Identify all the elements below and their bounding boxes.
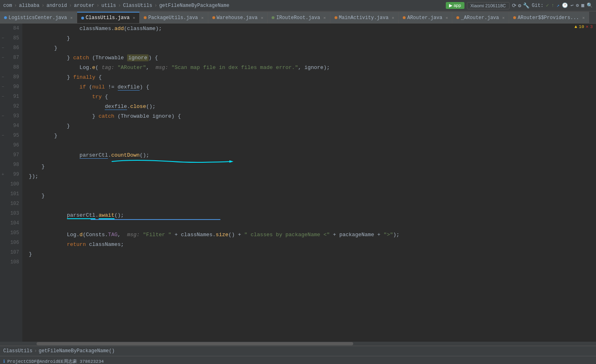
tab-irouteroot[interactable]: IRouteRoot.java ✕: [268, 12, 330, 23]
settings-icon[interactable]: ⚙: [576, 2, 579, 9]
top-bar-right: ▶ app Xiaomi 2106118C ⟳ ⚙ 🔧 Git: ✓ ↑ ↗ 🕐…: [446, 2, 593, 9]
line-num-91: 91: [13, 94, 19, 99]
warning-icon: ▲: [574, 24, 577, 29]
sync-icon[interactable]: ⟳: [512, 2, 516, 9]
fold-icon-91[interactable]: −: [2, 95, 4, 99]
gutter-84: 84: [0, 24, 22, 33]
gutter-107: 107: [0, 248, 22, 257]
fold-icon-87[interactable]: −: [2, 56, 4, 60]
gutter-94: 94: [0, 121, 22, 131]
device-selector[interactable]: Xiaomi 2106118C: [467, 2, 510, 9]
tab-arouter-providers[interactable]: ARouter$$Providers... ✕: [509, 12, 589, 23]
tab-dot-warehouse: [212, 16, 215, 19]
run-button[interactable]: ▶ app: [446, 2, 464, 9]
code-line-108: [22, 259, 596, 269]
tab-warehouse[interactable]: Warehouse.java ✕: [208, 12, 268, 23]
tab-arouter[interactable]: ARouter.java ✕: [399, 12, 452, 23]
code-line-101: }: [22, 191, 596, 200]
code-editor[interactable]: classNames.add(className); } } } catch (…: [22, 24, 596, 342]
breadcrumb-arouter[interactable]: arouter: [74, 3, 94, 9]
gutter-93: −93: [0, 111, 22, 121]
fold-icon-89[interactable]: −: [2, 75, 4, 80]
line-num-103: 103: [10, 211, 19, 216]
clock-icon: 🕐: [562, 2, 568, 9]
code-line-84: classNames.add(className);: [22, 24, 596, 33]
line-num-104: 104: [10, 220, 19, 226]
debug-icon[interactable]: ⚙: [518, 2, 521, 9]
gutter-88: 88: [0, 62, 22, 72]
code-line-94: }: [22, 121, 596, 131]
code-text-94: }: [29, 123, 70, 129]
line-num-102: 102: [10, 201, 19, 207]
line-num-99: 99: [13, 172, 19, 177]
code-line-107: }: [22, 249, 596, 259]
fold-icon-99[interactable]: +: [2, 172, 4, 177]
layout-icon[interactable]: ▦: [581, 2, 584, 9]
tab-label-classutils: ClassUtils.java: [86, 15, 130, 21]
tab-close-arouter[interactable]: ✕: [445, 15, 448, 20]
code-text-85: }: [29, 35, 70, 41]
tab-logisticscenter[interactable]: LogisticsCenter.java ✕: [0, 12, 77, 23]
fold-icon-93[interactable]: −: [2, 114, 4, 118]
tab-close-mainactivity[interactable]: ✕: [392, 15, 394, 20]
tab-label-logisticscenter: LogisticsCenter.java: [9, 15, 67, 21]
tab-arouter-impl[interactable]: _ARouter.java ✕: [452, 12, 509, 23]
warning-count: 10: [579, 24, 584, 29]
gutter-104: 104: [0, 218, 22, 228]
tab-close-arouter-providers[interactable]: ✕: [582, 15, 585, 20]
status-text: ProjectCSDF@AndroidEE周志豪 378623234: [7, 358, 104, 364]
tab-classutils[interactable]: ClassUtils.java ✕: [77, 12, 140, 23]
line-num-87: 87: [13, 55, 19, 60]
gutter-90: −90: [0, 82, 22, 92]
tab-close-irouteroot[interactable]: ✕: [323, 15, 326, 20]
tab-close-logisticscenter[interactable]: ✕: [70, 15, 73, 20]
status-bar: ℹ ProjectCSDF@AndroidEE周志豪 378623234: [0, 356, 596, 364]
h-scroll-thumb[interactable]: [37, 342, 353, 345]
tab-mainactivity[interactable]: MainActivity.java ✕: [330, 12, 399, 23]
tab-close-packageutils[interactable]: ✕: [201, 15, 204, 20]
bottom-class: ClassUtils: [3, 348, 32, 354]
gutter-103: 103: [0, 209, 22, 218]
gutter-105: 105: [0, 228, 22, 238]
code-line-88: Log.e( tag: "ARouter", msg: "Scan map fi…: [22, 62, 596, 72]
fold-icon-86[interactable]: −: [2, 46, 4, 50]
tools-icon[interactable]: 🔧: [523, 2, 529, 9]
fold-icon-85[interactable]: −: [2, 36, 4, 41]
breadcrumb-alibaba[interactable]: alibaba: [19, 3, 39, 9]
gutter-102: 102: [0, 199, 22, 209]
breadcrumb-android[interactable]: android: [46, 3, 67, 9]
gutter-92: 92: [0, 101, 22, 111]
fold-icon-95[interactable]: −: [2, 134, 4, 138]
breadcrumb-utils[interactable]: utils: [101, 3, 116, 9]
top-bar: com › alibaba › android › arouter › util…: [0, 0, 596, 11]
tab-close-arouter-impl[interactable]: ✕: [502, 15, 505, 20]
line-num-90: 90: [13, 84, 19, 90]
code-text-95: }: [29, 133, 57, 139]
search-icon[interactable]: 🔍: [587, 2, 593, 9]
undo-icon[interactable]: ↩: [570, 2, 573, 9]
gutter-89: −89: [0, 72, 22, 82]
line-num-106: 106: [10, 240, 19, 246]
code-line-98: }: [22, 162, 596, 171]
code-line-106: return classNames;: [22, 239, 596, 249]
tab-label-arouter-impl: _ARouter.java: [461, 15, 499, 21]
gutter-87: −87: [0, 53, 22, 62]
tab-close-classutils[interactable]: ✕: [133, 15, 135, 20]
bottom-sep: ›: [34, 348, 37, 354]
line-num-100: 100: [10, 181, 19, 187]
line-num-101: 101: [10, 191, 19, 197]
code-text-84: classNames.add(className);: [29, 26, 162, 32]
info-icon: ℹ: [3, 359, 5, 364]
gutter-98: 98: [0, 160, 22, 170]
code-line-85: }: [22, 33, 596, 43]
tab-packageutils[interactable]: PackageUtils.java ✕: [140, 12, 208, 23]
breadcrumb-com[interactable]: com: [3, 3, 12, 9]
tab-dot-mainactivity: [335, 16, 337, 19]
horizontal-scrollbar[interactable]: [0, 342, 596, 346]
tab-close-warehouse[interactable]: ✕: [261, 15, 263, 20]
fold-icon-90[interactable]: −: [2, 85, 4, 89]
line-num-88: 88: [13, 65, 19, 70]
editor-container: 84 −85 −86 −87 88 −89 −90 −91 92 −93 94 …: [0, 24, 596, 342]
code-text-99: });: [29, 173, 38, 179]
breadcrumb-classutils[interactable]: ClassUtils: [123, 3, 152, 9]
